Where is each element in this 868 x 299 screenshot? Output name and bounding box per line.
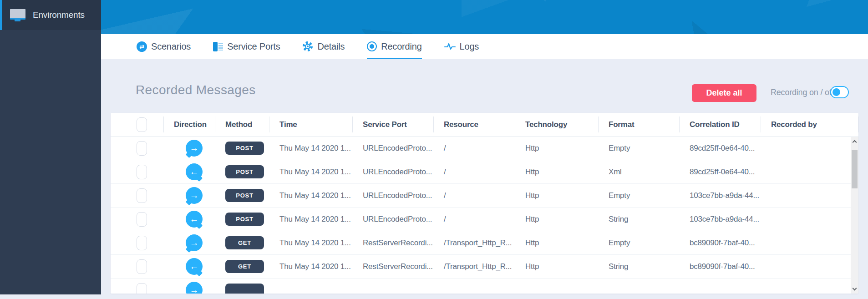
table-row[interactable]: → POST Thu May 14 2020 1... URLEncodedPr… — [111, 137, 858, 160]
method-badge — [225, 284, 264, 294]
direction-outgoing-icon: → — [186, 140, 203, 157]
scenarios-icon: ⇄ — [137, 41, 147, 52]
cell-technology: Http — [515, 160, 599, 183]
cell-service-port — [353, 279, 434, 294]
cell-service-port: RestServerRecordi... — [353, 255, 434, 278]
column-header-service-port[interactable]: Service Port — [353, 113, 434, 136]
cell-recorded-by — [761, 184, 858, 207]
tab-service-ports[interactable]: Service Ports — [213, 34, 280, 59]
row-checkbox[interactable] — [137, 141, 147, 156]
recording-toggle-knob — [832, 88, 840, 96]
cell-service-port: URLEncodedProto... — [353, 208, 434, 231]
direction-outgoing-icon: → — [186, 282, 203, 294]
cell-resource: /Transport_Http_R... — [434, 231, 515, 254]
cell-format: String — [599, 208, 680, 231]
row-checkbox[interactable] — [137, 188, 147, 203]
tab-logs[interactable]: Logs — [444, 34, 479, 59]
tab-label: Scenarios — [151, 41, 191, 52]
tab-label: Service Ports — [227, 41, 280, 52]
column-header-resource[interactable]: Resource — [434, 113, 515, 136]
tab-label: Recording — [381, 41, 421, 52]
cell-correlation-id: 89cd25ff-0e64-40... — [680, 160, 761, 183]
tab-bar: ⇄ Scenarios Service Ports Details Record… — [101, 34, 868, 59]
cell-correlation-id: bc89090f-7baf-40... — [680, 231, 761, 254]
column-header-recorded-by[interactable]: Recorded by — [761, 113, 858, 136]
table-row[interactable]: → POST Thu May 14 2020 1... URLEncodedPr… — [111, 184, 858, 208]
cell-technology — [515, 279, 599, 294]
cell-technology: Http — [515, 137, 599, 160]
row-checkbox[interactable] — [137, 283, 147, 294]
cell-time: Thu May 14 2020 1... — [269, 160, 353, 183]
cell-technology: Http — [515, 255, 599, 278]
column-header-technology[interactable]: Technology — [515, 113, 599, 136]
column-header-correlation-id[interactable]: Correlation ID — [680, 113, 761, 136]
tab-label: Details — [317, 41, 345, 52]
method-badge: GET — [225, 236, 264, 249]
method-badge: POST — [225, 165, 264, 178]
tab-label: Logs — [460, 41, 479, 52]
select-all-checkbox[interactable] — [137, 117, 147, 132]
tab-recording[interactable]: Recording — [367, 34, 421, 59]
delete-all-button[interactable]: Delete all — [692, 84, 756, 102]
row-checkbox[interactable] — [137, 165, 147, 179]
direction-outgoing-icon: → — [186, 234, 203, 251]
recording-toggle-label: Recording on / off — [771, 88, 833, 97]
cell-resource: / — [434, 160, 515, 183]
cell-service-port: RestServerRecordi... — [353, 231, 434, 254]
scrollbar-thumb[interactable] — [852, 150, 858, 188]
row-checkbox[interactable] — [137, 259, 147, 274]
cell-correlation-id: bc89090f-7baf-40... — [680, 255, 761, 278]
cell-recorded-by — [761, 279, 858, 294]
cell-resource: / — [434, 137, 515, 160]
cell-format: String — [599, 255, 680, 278]
cell-service-port: URLEncodedProto... — [353, 137, 434, 160]
sidebar-item-environments[interactable]: Environments — [0, 0, 101, 30]
monitor-icon — [10, 9, 26, 21]
cell-time: Thu May 14 2020 1... — [269, 255, 353, 278]
cell-format: Empty — [599, 137, 680, 160]
recording-toggle[interactable] — [830, 86, 849, 98]
sidebar-item-label: Environments — [33, 10, 85, 20]
direction-outgoing-icon: → — [186, 187, 203, 204]
cell-correlation-id: 103ce7bb-a9da-44... — [680, 208, 761, 231]
cell-time — [269, 279, 353, 294]
table-row[interactable]: ← GET Thu May 14 2020 1... RestServerRec… — [111, 255, 858, 279]
column-header-time[interactable]: Time — [269, 113, 353, 136]
cell-format: Empty — [599, 231, 680, 254]
recording-icon — [367, 41, 377, 51]
vertical-scrollbar[interactable] — [851, 137, 858, 294]
cell-correlation-id — [680, 279, 761, 294]
scroll-down-arrow[interactable] — [851, 285, 858, 294]
cell-correlation-id: 103ce7bb-a9da-44... — [680, 184, 761, 207]
cell-format: Xml — [599, 160, 680, 183]
service-ports-icon — [213, 42, 223, 51]
cell-time: Thu May 14 2020 1... — [269, 137, 353, 160]
scroll-up-arrow[interactable] — [851, 137, 858, 145]
table-row[interactable]: ← POST Thu May 14 2020 1... URLEncodedPr… — [111, 160, 858, 184]
direction-incoming-icon: ← — [186, 211, 203, 228]
cell-recorded-by — [761, 208, 858, 231]
details-gear-icon — [302, 41, 313, 52]
column-header-format[interactable]: Format — [599, 113, 680, 136]
cell-format — [599, 279, 680, 294]
tab-scenarios[interactable]: ⇄ Scenarios — [137, 34, 191, 59]
sidebar: Environments — [0, 0, 101, 294]
cell-service-port: URLEncodedProto... — [353, 160, 434, 183]
table-row[interactable]: → — [111, 279, 858, 294]
method-badge: POST — [225, 142, 264, 155]
cell-technology: Http — [515, 208, 599, 231]
column-header-method[interactable]: Method — [215, 113, 269, 136]
row-checkbox[interactable] — [137, 212, 147, 227]
column-header-direction[interactable]: Direction — [164, 113, 215, 136]
cell-recorded-by — [761, 160, 858, 183]
recording-page: Recorded Messages Delete all Recording o… — [101, 59, 868, 299]
cell-recorded-by — [761, 255, 858, 278]
method-badge: GET — [225, 260, 264, 273]
table-row[interactable]: → GET Thu May 14 2020 1... RestServerRec… — [111, 231, 858, 255]
page-title: Recorded Messages — [136, 83, 256, 97]
row-checkbox[interactable] — [137, 236, 147, 250]
logs-pulse-icon — [444, 42, 456, 51]
cell-resource: / — [434, 184, 515, 207]
table-row[interactable]: ← POST Thu May 14 2020 1... URLEncodedPr… — [111, 208, 858, 231]
tab-details[interactable]: Details — [302, 34, 345, 59]
